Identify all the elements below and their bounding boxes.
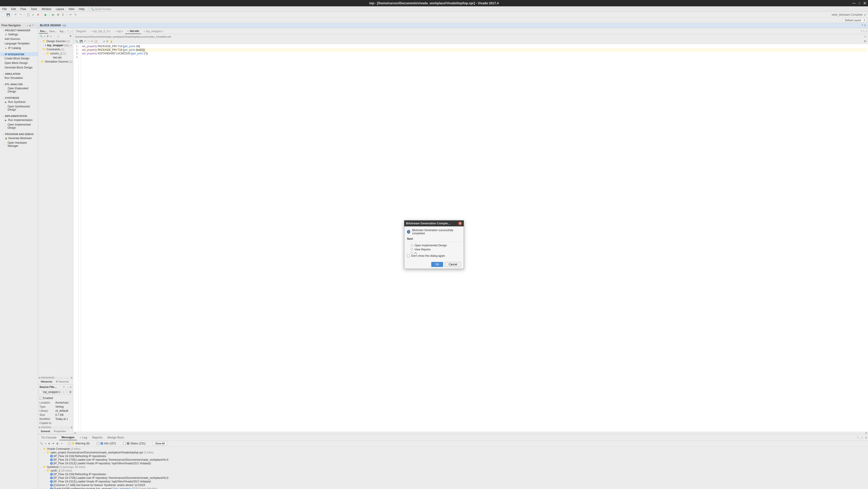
nav-icon[interactable]: ↗ <box>61 442 63 445</box>
new-icon[interactable]: 📄 <box>1 13 5 17</box>
more-icon[interactable]: ⋮ <box>34 24 36 27</box>
gear-icon[interactable]: ⚙ <box>864 40 866 43</box>
message-row[interactable]: i [IP_Flow 19-234] Refreshing IP reposit… <box>40 454 866 458</box>
flow-item[interactable]: ▶Run Synthesis <box>0 100 38 104</box>
props-hscroll[interactable]: ◀ ▶ <box>38 426 73 428</box>
collapse-icon[interactable]: ≡ <box>45 442 46 445</box>
message-row[interactable]: i [IP_Flow 19-2313] Loaded Vivado IP rep… <box>40 480 866 483</box>
sources-tab[interactable]: Sou… <box>39 29 48 34</box>
copy-icon[interactable]: 📋 <box>26 13 30 17</box>
quick-access-search[interactable]: 🔍 Quick Access <box>89 7 113 11</box>
tab-close-icon[interactable]: ✕ <box>90 30 92 33</box>
editor-tab[interactable]: ✕led.xdc <box>125 29 141 34</box>
maximize-icon[interactable]: □ <box>68 386 69 388</box>
flow-item[interactable]: ▦Generate Bitstream <box>0 136 38 140</box>
message-row[interactable]: ⌵📁 synth_1 (26 infos) <box>40 469 866 472</box>
tool1-icon[interactable]: Σ <box>61 13 65 17</box>
status-filter[interactable]: i Status (231) <box>123 442 145 445</box>
expand-icon[interactable]: ≢ <box>29 24 31 27</box>
maximize-icon[interactable]: □ <box>861 436 863 439</box>
scrollbar-thumb[interactable] <box>41 377 55 379</box>
tool2-icon[interactable]: ✂ <box>69 13 72 17</box>
code-line[interactable]: set_property IOSTANDARD LVCMOS33 [get_po… <box>82 52 867 55</box>
code-content[interactable]: set_property PACKAGE_PIN Y14 [get_ports … <box>81 44 868 431</box>
info-filter[interactable]: i Info (157) <box>97 442 116 445</box>
sources-hscroll[interactable]: ◀ ▶ <box>38 377 73 379</box>
flow-item[interactable]: Generate Block Design <box>0 65 38 70</box>
tab-close-icon[interactable]: ✕ <box>143 30 145 33</box>
editor-tab[interactable]: ✕top_wrapper.v <box>142 29 165 34</box>
close-icon[interactable]: ✕ <box>864 24 866 27</box>
maximize-icon[interactable]: □ <box>863 30 864 33</box>
tool3-icon[interactable]: ✎ <box>74 13 77 17</box>
bottom-tab[interactable]: Reports <box>90 435 105 440</box>
minimize-icon[interactable]: _ <box>69 30 70 33</box>
flow-item[interactable]: ⚙Settings <box>0 32 38 37</box>
next-icon[interactable]: → <box>65 390 68 394</box>
tree-row[interactable]: ⌵📁Constraints (1) <box>38 47 72 52</box>
tab-close-icon[interactable]: ✕ <box>80 436 82 439</box>
copy-icon[interactable]: 📋 <box>94 40 97 43</box>
flow-item[interactable]: ›Open Implemented Design <box>0 122 38 130</box>
circle-icon[interactable]: ●0 <box>57 35 60 38</box>
sources-tab[interactable]: Sig… <box>59 29 67 33</box>
help-icon[interactable]: ? <box>861 24 863 27</box>
checkbox-icon[interactable] <box>97 442 99 445</box>
menu-layout[interactable]: Layout <box>54 7 66 11</box>
message-row[interactable]: ⌵📁 Synthesis (3 warnings, 68 infos) <box>40 465 866 469</box>
flow-item[interactable]: ▶Run Implementation <box>0 118 38 122</box>
props-tab[interactable]: Properties <box>52 429 68 433</box>
tab-close-icon[interactable]: ✕ <box>114 30 116 33</box>
tree-row[interactable]: ⌵📁constrs_1 (1) <box>38 52 72 56</box>
bulb-icon[interactable]: 💡 <box>110 40 113 43</box>
tree-row[interactable]: ⌵📁Design Sources (1) <box>38 39 72 43</box>
dialog-close-icon[interactable]: ✕ <box>458 222 462 225</box>
run-icon[interactable]: ▶ <box>44 13 48 17</box>
code-line[interactable]: set_property PACKAGE_PIN Y14 [get_ports … <box>82 44 867 48</box>
message-row[interactable]: ⌵📁 Vivado Commands (3 infos) <box>40 447 866 451</box>
flow-item[interactable]: ›Open Elaborated Design <box>0 86 38 94</box>
search-icon[interactable]: 🔍 <box>39 35 43 38</box>
flow-item[interactable]: Create Block Design <box>0 56 38 61</box>
search-icon[interactable]: 🔍 <box>40 442 43 445</box>
ok-button[interactable]: OK <box>431 262 443 267</box>
tab-close-icon[interactable]: ✕ <box>127 30 129 32</box>
flow-section[interactable]: ⌵PROJECT MANAGER <box>0 28 38 32</box>
enabled-checkbox[interactable] <box>39 397 42 399</box>
help-icon[interactable]: ? <box>857 436 859 439</box>
options-icon[interactable]: ⋮ <box>53 35 56 38</box>
redo-icon[interactable]: ↷ <box>19 13 23 17</box>
radio-icon[interactable] <box>411 252 413 254</box>
menu-tools[interactable]: Tools <box>28 7 39 11</box>
undo-icon[interactable]: ↶ <box>14 13 18 17</box>
message-row[interactable]: i [IP_Flow 19-1700] Loaded user IP repos… <box>40 458 866 462</box>
flow-item[interactable]: ›Open Synthesized Design <box>0 104 38 112</box>
flow-item[interactable]: Add Sources <box>0 37 38 41</box>
message-row[interactable]: ›i [Synth 8-638] synthesizing module 'to… <box>40 487 866 489</box>
search-icon[interactable]: 🔍 <box>75 40 78 43</box>
bottom-tab[interactable]: Tcl Console <box>39 435 59 440</box>
message-row[interactable]: i [Common 17-349] Got license for featur… <box>40 483 866 487</box>
flow-section[interactable]: ⌵RTL ANALYSIS <box>0 82 38 86</box>
checkbox-icon[interactable] <box>123 442 126 445</box>
dialog-radio-option[interactable]: Open Implemented Design <box>407 243 462 248</box>
dont-show-row[interactable]: Don't show this dialog again <box>407 254 461 258</box>
help-icon[interactable]: ? <box>63 386 64 388</box>
message-link[interactable]: top_wrapper.v:12 <box>114 487 135 489</box>
close-icon[interactable]: ✕ <box>70 386 72 388</box>
gear-icon[interactable]: ⚙ <box>69 35 72 38</box>
cancel-run-icon[interactable]: ✕ <box>36 13 40 17</box>
save-icon[interactable]: 💾 <box>80 40 83 43</box>
flow-section[interactable]: ⌵IP INTEGRATOR <box>0 52 38 56</box>
checkbox-icon[interactable] <box>407 255 410 257</box>
menu-edit[interactable]: Edit <box>9 7 18 11</box>
check-icon[interactable]: ✓ <box>31 13 35 17</box>
gear-icon[interactable]: ⚙ <box>865 436 867 439</box>
tree-row[interactable]: ›📁Simulation Sources (1) <box>38 60 72 64</box>
flow-section[interactable]: ⌵IMPLEMENTATION <box>0 114 38 118</box>
flow-item[interactable]: ◆IP Catalog <box>0 46 38 50</box>
editor-hscroll[interactable]: ◀ ▶ <box>73 431 868 434</box>
redo-icon[interactable]: ↷ <box>88 40 90 43</box>
radio-icon[interactable] <box>411 244 413 247</box>
add-icon[interactable]: + <box>50 35 52 38</box>
